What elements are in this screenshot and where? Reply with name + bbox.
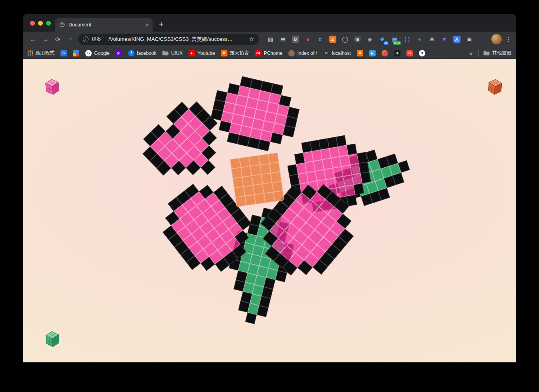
ext-grid-icon[interactable]: ▥ [265, 34, 276, 44]
bookmark-dev[interactable]: ◈ [394, 50, 400, 56]
ext-paren-icon-glyph: ( ) [404, 36, 410, 42]
voxel-cell [274, 191, 284, 201]
page-info-icon[interactable]: i [83, 36, 88, 42]
ext-diamond-icon[interactable]: ◆ [364, 34, 376, 44]
bookmark-apps[interactable]: 應用程式 [28, 50, 54, 56]
voxel-cell [233, 177, 243, 188]
bookmark-shopee[interactable]: S [406, 50, 413, 56]
voxel-cell [253, 184, 264, 195]
bookmark-pchome[interactable]: 24PChome [255, 50, 283, 56]
ext-v-icon[interactable]: ▼ [438, 34, 450, 44]
ext-beta-icon[interactable]: ▦beta [389, 34, 400, 44]
bookmarks-list: 應用程式GGGoogley!ffacebookUIUX▸YoutubeR露天拍賣… [28, 50, 464, 56]
voxel-cell [272, 181, 283, 192]
voxel-cell [271, 172, 282, 183]
ext-atom-icon[interactable]: ❋ [426, 34, 438, 44]
ext-colorzilla-icon[interactable]: Z [327, 34, 338, 44]
bookmark-indexof[interactable]: Index of / [288, 50, 317, 56]
ext-b-icon[interactable]: B [290, 34, 301, 44]
ext-notes-icon[interactable]: ▤ [277, 34, 289, 44]
page-content [23, 59, 516, 362]
ext-translate-icon[interactable]: A [451, 34, 463, 44]
traffic-lights [30, 21, 51, 26]
close-window-button[interactable] [30, 21, 35, 26]
tab-strip: Document × + [23, 14, 516, 32]
other-bookmarks-folder-icon [483, 50, 490, 56]
voxel-cell [270, 162, 280, 173]
ext-record-icon[interactable]: ● [302, 34, 314, 44]
ext-atom-icon-glyph: ❋ [430, 36, 434, 42]
bookmark-localhost[interactable]: ⊕localhost [323, 50, 351, 56]
shopee-favicon: S [406, 50, 413, 56]
bookmark-blogger[interactable]: B [357, 50, 363, 56]
bookmark-indexof-label: Index of / [297, 50, 317, 56]
bookmark-localhost-label: localhost [332, 50, 351, 56]
bookmark-maps[interactable] [73, 50, 79, 56]
tab-title: Document [68, 22, 142, 28]
bookmark-yahoo[interactable]: y! [116, 50, 122, 56]
home-button[interactable]: ⌂ [64, 36, 76, 43]
voxel-cell [254, 193, 265, 204]
ext-grid-icon-glyph: ▥ [268, 36, 273, 42]
minimize-window-button[interactable] [38, 21, 43, 26]
other-bookmarks[interactable]: 其他書籤 [483, 50, 511, 56]
profile-avatar[interactable] [491, 34, 502, 44]
translate-favicon: G [60, 50, 67, 56]
bookmark-star-icon[interactable]: ☆ [249, 36, 254, 43]
bookmark-youtube[interactable]: ▸Youtube [189, 50, 215, 56]
ext-capture-icon[interactable]: ▣ [463, 34, 475, 44]
back-button[interactable]: ← [27, 36, 39, 43]
toolbar-extensions: ▥▤B●⌗Z◯m◆❖44▦beta( )♦❋▼A▣ [259, 34, 488, 44]
pchome-favicon: 24 [255, 50, 261, 56]
voxel-cell [259, 154, 270, 165]
bookmark-translate[interactable]: G [60, 50, 67, 56]
ext-cloud-icon[interactable]: ❖44 [376, 34, 388, 44]
browser-menu-icon[interactable]: ⋮ [505, 36, 512, 43]
folder-icon [162, 50, 169, 56]
bookmark-pchome-label: PChome [264, 50, 283, 56]
reload-button[interactable]: ⟳ [52, 36, 64, 43]
maps-favicon [73, 50, 79, 56]
facebook-favicon: f [128, 50, 135, 56]
google-favicon: G [85, 50, 92, 56]
bookmark-facebook-label: facebook [137, 50, 157, 56]
tab-close-icon[interactable]: × [145, 22, 149, 28]
ext-cloud-icon-badge: 44 [384, 41, 388, 45]
ext-flame-icon[interactable]: ♦ [414, 34, 425, 44]
voxel-cell [242, 176, 253, 187]
bookmark-google[interactable]: GGoogle [85, 50, 110, 56]
voxel-cell [260, 163, 271, 174]
ext-diamond-icon-glyph: ◆ [368, 36, 372, 42]
ext-paren-icon[interactable]: ( ) [401, 34, 413, 44]
localhost-favicon: ⊕ [323, 50, 330, 56]
tab-document[interactable]: Document × [55, 18, 153, 32]
ext-colorzilla-icon-glyph: Z [329, 36, 336, 43]
ext-m-icon[interactable]: m [352, 34, 363, 44]
bookmark-avatar[interactable] [382, 50, 388, 56]
flower-center [230, 153, 284, 207]
photos-favicon: ◣ [369, 50, 376, 56]
ext-selector-icon[interactable]: ⌗ [314, 34, 326, 44]
bookmarks-overflow-icon[interactable]: » [469, 50, 473, 56]
voxel-cell [245, 195, 255, 205]
voxel-cell [230, 158, 241, 169]
bookmark-photos[interactable]: ◣ [369, 50, 376, 56]
bookmark-ruten[interactable]: R露天拍賣 [221, 50, 249, 56]
bookmark-facebook[interactable]: ffacebook [128, 50, 157, 56]
blogger-favicon: B [357, 50, 363, 56]
bookmark-youtube-label: Youtube [197, 50, 215, 56]
ext-circle-icon[interactable]: ◯ [339, 34, 351, 44]
voxel-cell [364, 192, 374, 203]
new-tab-button[interactable]: + [159, 20, 164, 28]
zoom-window-button[interactable] [46, 21, 51, 26]
forward-button[interactable]: → [39, 36, 52, 43]
address-bar[interactable]: i 檔案 /Volumes/KING_MAC/CSS3/CSS3_曾英綺/suc… [78, 34, 259, 45]
voxel-cell [278, 144, 291, 156]
bookmark-github[interactable]: ● [419, 50, 425, 56]
ext-translate-icon-glyph: A [453, 36, 461, 43]
voxel-cell [347, 195, 357, 206]
bookmark-uiux[interactable]: UIUX [162, 50, 183, 56]
bookmark-google-label: Google [94, 50, 110, 56]
omnibox-divider [105, 36, 105, 42]
apps-grid-icon [28, 50, 33, 56]
